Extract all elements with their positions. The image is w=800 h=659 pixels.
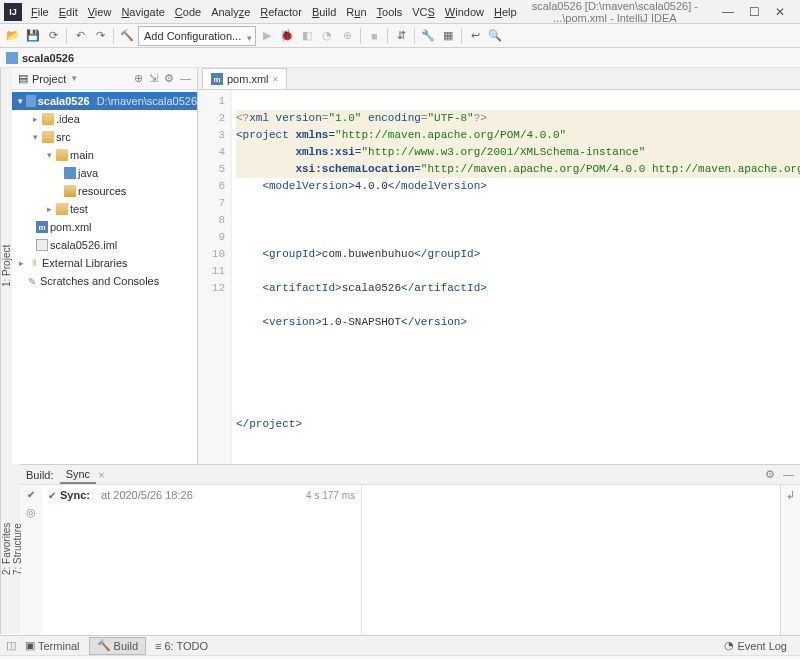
target-icon[interactable]: ◎ xyxy=(26,506,36,519)
left-tool-strip-bottom[interactable]: 2: Favorites 7: Structure xyxy=(0,464,20,634)
tab-label: pom.xml xyxy=(227,73,269,85)
tree-test[interactable]: ▸test xyxy=(12,200,197,218)
open-icon[interactable]: 📂 xyxy=(4,27,22,45)
project-panel-icon: ▤ xyxy=(18,72,28,85)
tree-external-libs[interactable]: ▸⫴External Libraries xyxy=(12,254,197,272)
profile-icon[interactable]: ◔ xyxy=(318,27,336,45)
coverage-icon[interactable]: ◧ xyxy=(298,27,316,45)
line-gutter: 123 456 789 101112 xyxy=(198,90,232,464)
build-right-gutter: ↲ xyxy=(780,485,800,635)
project-tree[interactable]: ▾ scala0526 D:\maven\scala0526 ▸.idea ▾s… xyxy=(12,90,197,464)
structure-icon[interactable]: ▦ xyxy=(439,27,457,45)
tab-pom[interactable]: m pom.xml × xyxy=(202,68,287,89)
title-bar: IJ File Edit View Navigate Code Analyze … xyxy=(0,0,800,24)
menu-help[interactable]: Help xyxy=(489,6,522,18)
build-tool-window: 2: Favorites 7: Structure Build: Sync × … xyxy=(0,464,800,635)
window-title: scala0526 [D:\maven\scala0526] - ...\pom… xyxy=(522,0,708,24)
status-bar: ▢ 1:1 LF UTF-8 4 spaces 🔓 👤 🗑 xyxy=(0,655,800,659)
debug-icon[interactable]: 🐞 xyxy=(278,27,296,45)
menu-file[interactable]: File xyxy=(26,6,54,18)
favorites-tool-button[interactable]: 2: Favorites xyxy=(1,523,12,575)
minimize-button[interactable]: — xyxy=(720,5,736,19)
redo-icon[interactable]: ↷ xyxy=(91,27,109,45)
main-toolbar: 📂 💾 ⟳ ↶ ↷ 🔨 Add Configuration... ▶ 🐞 ◧ ◔… xyxy=(0,24,800,48)
breadcrumb-root[interactable]: scala0526 xyxy=(22,52,74,64)
build-output[interactable] xyxy=(362,485,780,635)
maven-icon: m xyxy=(211,73,223,85)
tree-java[interactable]: java xyxy=(12,164,197,182)
tab-terminal[interactable]: ▣Terminal xyxy=(18,637,87,655)
build-header-label: Build: xyxy=(26,469,54,481)
structure-tool-button[interactable]: 7: Structure xyxy=(12,523,23,575)
build-hide-icon[interactable]: — xyxy=(783,468,794,481)
stop-icon[interactable]: ■ xyxy=(365,27,383,45)
code-content[interactable]: <?xml version="1.0" encoding="UTF-8"?> <… xyxy=(232,90,800,464)
success-icon: ✔ xyxy=(27,489,35,500)
tree-scratches[interactable]: ✎Scratches and Consoles xyxy=(12,272,197,290)
menu-run[interactable]: Run xyxy=(341,6,371,18)
search-icon[interactable]: 🔍 xyxy=(486,27,504,45)
build-sync-node[interactable]: ✔ Sync: at 2020/5/26 18:26 4 s 177 ms xyxy=(48,489,355,501)
maximize-button[interactable]: ☐ xyxy=(746,5,762,19)
menu-refactor[interactable]: Refactor xyxy=(255,6,307,18)
code-editor[interactable]: 123 456 789 101112 <?xml version="1.0" e… xyxy=(198,90,800,464)
menu-view[interactable]: View xyxy=(83,6,117,18)
gear-icon[interactable]: ⚙ xyxy=(164,72,174,85)
breadcrumb-root-icon xyxy=(6,52,18,64)
menu-tools[interactable]: Tools xyxy=(372,6,408,18)
editor-tabs: m pom.xml × xyxy=(198,68,800,90)
soft-wrap-icon[interactable]: ↲ xyxy=(786,489,795,502)
tree-iml[interactable]: scala0526.iml xyxy=(12,236,197,254)
menu-vcs[interactable]: VCS xyxy=(407,6,440,18)
menu-build[interactable]: Build xyxy=(307,6,341,18)
tree-idea[interactable]: ▸.idea xyxy=(12,110,197,128)
wrench-icon[interactable]: 🔧 xyxy=(419,27,437,45)
tab-build[interactable]: 🔨Build xyxy=(89,637,146,655)
tree-root-path: D:\maven\scala0526 xyxy=(97,95,197,107)
collapse-icon[interactable]: ⇲ xyxy=(149,72,158,85)
tree-root[interactable]: ▾ scala0526 D:\maven\scala0526 xyxy=(12,92,197,110)
undo-icon[interactable]: ↶ xyxy=(71,27,89,45)
dropdown-icon[interactable]: ▼ xyxy=(70,74,78,83)
breadcrumb: scala0526 xyxy=(0,48,800,68)
tree-pom[interactable]: mpom.xml xyxy=(12,218,197,236)
bottom-tool-tabs: ◫ ▣Terminal 🔨Build ≡6: TODO ◔Event Log xyxy=(0,635,800,655)
project-panel-title[interactable]: Project xyxy=(32,73,66,85)
build-tab-close-icon[interactable]: × xyxy=(98,469,104,481)
menu-edit[interactable]: Edit xyxy=(54,6,83,18)
back-icon[interactable]: ↩ xyxy=(466,27,484,45)
vcs-icon[interactable]: ⇵ xyxy=(392,27,410,45)
build-left-gutter: ✔ ◎ xyxy=(20,485,42,635)
app-logo: IJ xyxy=(4,3,22,21)
target-icon[interactable]: ⊕ xyxy=(134,72,143,85)
tree-resources[interactable]: resources xyxy=(12,182,197,200)
build-tab-sync[interactable]: Sync xyxy=(60,466,96,484)
tab-todo[interactable]: ≡6: TODO xyxy=(148,637,215,655)
tool-window-icon[interactable]: ◫ xyxy=(6,639,16,652)
tree-src[interactable]: ▾src xyxy=(12,128,197,146)
structure-tool-button[interactable]: 1: Project xyxy=(1,245,12,287)
left-tool-strip[interactable]: 1: Project xyxy=(0,68,12,464)
project-tool-window: ▤ Project ▼ ⊕ ⇲ ⚙ — ▾ scala0526 D:\maven… xyxy=(12,68,198,464)
tree-main[interactable]: ▾main xyxy=(12,146,197,164)
menu-navigate[interactable]: Navigate xyxy=(116,6,169,18)
run-config-combo[interactable]: Add Configuration... xyxy=(138,26,256,46)
hide-icon[interactable]: — xyxy=(180,72,191,85)
close-button[interactable]: ✕ xyxy=(772,5,788,19)
menu-code[interactable]: Code xyxy=(170,6,206,18)
editor-area: m pom.xml × 123 456 789 101112 <?xml ver… xyxy=(198,68,800,464)
tab-close-icon[interactable]: × xyxy=(273,74,279,85)
save-icon[interactable]: 💾 xyxy=(24,27,42,45)
menu-analyze[interactable]: Analyze xyxy=(206,6,255,18)
menu-window[interactable]: Window xyxy=(440,6,489,18)
build-gear-icon[interactable]: ⚙ xyxy=(765,468,775,481)
tab-event-log[interactable]: ◔Event Log xyxy=(717,637,794,655)
build-tree[interactable]: ✔ Sync: at 2020/5/26 18:26 4 s 177 ms xyxy=(42,485,362,635)
tree-root-label: scala0526 xyxy=(38,95,90,107)
build-icon[interactable]: 🔨 xyxy=(118,27,136,45)
attach-icon[interactable]: ⊕ xyxy=(338,27,356,45)
run-icon[interactable]: ▶ xyxy=(258,27,276,45)
refresh-icon[interactable]: ⟳ xyxy=(44,27,62,45)
